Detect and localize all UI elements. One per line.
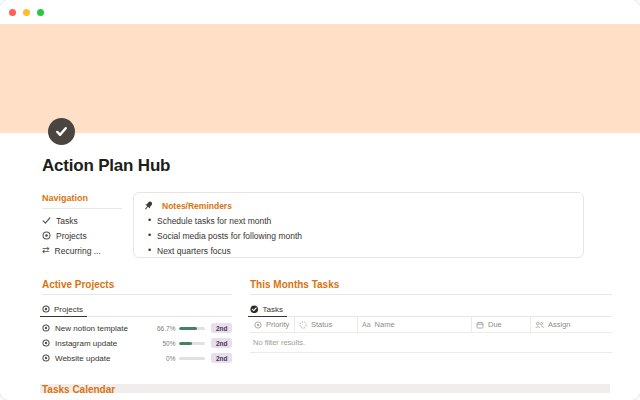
active-projects-heading: Active Projects <box>42 279 232 290</box>
callout-bullet: Social media posts for following month <box>143 231 573 241</box>
active-projects-section: Active Projects Projects New notion temp… <box>42 279 232 365</box>
page-title: Action Plan Hub <box>42 156 170 176</box>
callout-title: Notes/Reminders <box>162 201 232 211</box>
tab-projects[interactable]: Projects <box>42 301 83 317</box>
no-filter-results-text: No filter results. <box>250 333 612 353</box>
column-priority[interactable]: Priority <box>250 317 295 332</box>
column-assign[interactable]: Assign <box>531 317 612 332</box>
callout-bullet: Schedule tasks for next month <box>143 216 573 226</box>
divider <box>250 316 612 317</box>
tab-label: Tasks <box>263 305 283 314</box>
nav-link-label: Tasks <box>56 216 78 226</box>
project-percent: 50% <box>153 340 175 347</box>
priority-icon <box>254 321 262 329</box>
active-tab-indicator <box>248 316 287 318</box>
navigation-heading: Navigation <box>42 193 122 203</box>
status-icon <box>299 321 307 329</box>
column-name[interactable]: Aa Name <box>358 317 472 332</box>
tasks-calendar-heading: Tasks Calendar <box>42 384 115 395</box>
tab-tasks[interactable]: Tasks <box>250 301 283 317</box>
notion-window: Action Plan Hub Navigation Tasks Project… <box>0 0 640 400</box>
project-percent: 0% <box>153 355 175 362</box>
project-row[interactable]: Website update 0% 2nd <box>42 351 232 365</box>
page-emoji-icon[interactable] <box>48 118 75 145</box>
text-icon: Aa <box>362 321 371 328</box>
checkmark-icon <box>42 216 51 225</box>
column-status[interactable]: Status <box>295 317 358 332</box>
nav-link-label: Recurring ... <box>55 246 101 256</box>
check-circle-icon <box>54 124 69 139</box>
divider <box>42 208 122 209</box>
column-due[interactable]: Due <box>472 317 531 332</box>
calendar-icon <box>476 321 484 329</box>
project-name[interactable]: New notion template <box>55 324 153 333</box>
tasks-table-header: Priority Status Aa Name Due Assign <box>250 317 612 333</box>
window-titlebar <box>0 0 640 24</box>
callout-bullet-list: Schedule tasks for next month Social med… <box>143 216 573 256</box>
nav-link-recurring[interactable]: ⇄ Recurring ... <box>42 243 122 258</box>
notes-reminders-callout[interactable]: Notes/Reminders Schedule tasks for next … <box>133 192 584 258</box>
progress-bar <box>179 357 205 360</box>
zoom-window-button[interactable] <box>37 9 44 16</box>
quarter-badge: 2nd <box>211 353 232 363</box>
month-tasks-heading: This Months Tasks <box>250 279 612 290</box>
target-icon <box>42 305 50 313</box>
progress-bar <box>179 327 205 330</box>
quarter-badge: 2nd <box>211 323 232 333</box>
project-name[interactable]: Website update <box>55 354 153 363</box>
active-tab-indicator <box>40 316 87 318</box>
target-icon <box>42 324 50 332</box>
nav-link-projects[interactable]: Projects <box>42 228 122 243</box>
check-circle-icon <box>250 305 259 314</box>
page-cover-image[interactable] <box>0 24 640 133</box>
minimize-window-button[interactable] <box>23 9 30 16</box>
project-row[interactable]: Instagram update 50% 2nd <box>42 336 232 350</box>
target-icon <box>42 231 51 240</box>
tab-label: Projects <box>54 305 83 314</box>
progress-bar <box>179 342 205 345</box>
month-tasks-section: This Months Tasks Tasks Priority Status … <box>250 279 612 353</box>
nav-link-tasks[interactable]: Tasks <box>42 213 122 228</box>
tasks-calendar-strip <box>40 384 610 393</box>
quarter-badge: 2nd <box>211 338 232 348</box>
project-percent: 66.7% <box>153 325 175 332</box>
target-icon <box>42 339 50 347</box>
people-icon <box>535 321 544 329</box>
target-icon <box>42 354 50 362</box>
navigation-section: Navigation Tasks Projects ⇄ Recurring ..… <box>42 193 122 258</box>
callout-bullet: Next quarters focus <box>143 246 573 256</box>
project-name[interactable]: Instagram update <box>55 339 153 348</box>
pin-icon <box>143 200 154 211</box>
nav-link-label: Projects <box>56 231 87 241</box>
recurring-icon: ⇄ <box>42 246 50 255</box>
close-window-button[interactable] <box>9 9 16 16</box>
project-row[interactable]: New notion template 66.7% 2nd <box>42 321 232 335</box>
